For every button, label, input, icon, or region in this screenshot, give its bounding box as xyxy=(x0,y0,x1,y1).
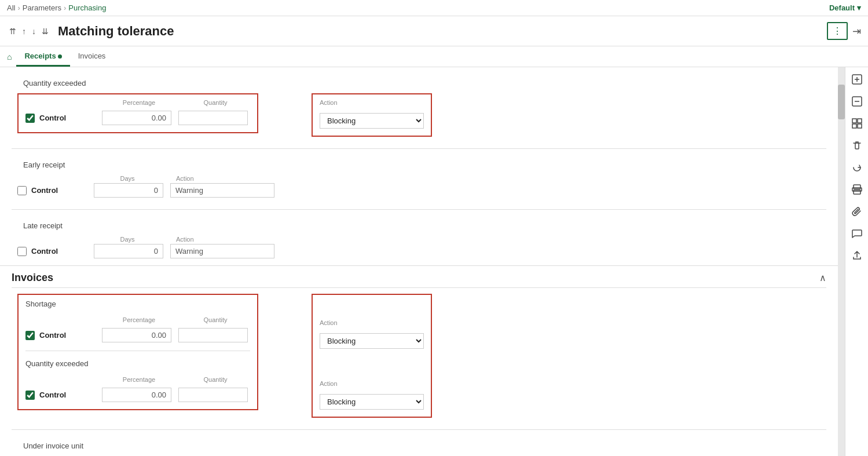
inv-shortage-control-label: Control xyxy=(39,331,66,340)
svg-rect-9 xyxy=(854,185,860,189)
early-receipt-label: Early receipt xyxy=(12,156,826,172)
quantity-exceeded-label: Quantity exceeded xyxy=(12,74,826,90)
early-receipt-control-label: Control xyxy=(31,186,58,195)
exit-button[interactable]: ⇥ xyxy=(852,25,861,38)
svg-rect-6 xyxy=(858,119,862,123)
invoices-right-box: Action Blocking Warning None Action Bloc… xyxy=(312,294,432,418)
breadcrumb-all[interactable]: All xyxy=(7,3,15,12)
inv-shortage-action-header: Action xyxy=(320,319,424,326)
days-header: Days xyxy=(93,175,162,182)
inv-qty-quantity-input[interactable] xyxy=(178,388,248,402)
inv-qty-percentage-header: Percentage xyxy=(104,376,174,383)
inv-shortage-action-select[interactable]: Blocking Warning None xyxy=(320,333,424,349)
late-receipt-label: Late receipt xyxy=(12,217,826,232)
early-receipt-action-input[interactable] xyxy=(170,183,274,198)
inv-qty-action-select[interactable]: Blocking Warning None xyxy=(320,394,424,410)
nav-next-btn[interactable]: ↓ xyxy=(30,25,38,37)
content-scroll: Quantity exceeded Percentage Quantity xyxy=(0,67,838,456)
under-invoice-label: Under invoice unit xyxy=(12,437,826,453)
inv-qty-exceeded-label: Quantity exceeded xyxy=(25,359,250,371)
quantity-exceeded-right-box: Action Blocking Warning None xyxy=(312,93,432,137)
invoices-collapse-button[interactable]: ∧ xyxy=(819,272,826,283)
share-sidebar-button[interactable] xyxy=(849,248,865,263)
quantity-header: Quantity xyxy=(181,99,250,106)
early-receipt-control-checkbox[interactable] xyxy=(17,186,27,195)
print-sidebar-button[interactable] xyxy=(849,182,865,197)
early-action-header: Action xyxy=(176,175,280,182)
quantity-exceeded-left-box: Percentage Quantity Control 0.00 xyxy=(17,93,258,133)
late-receipt-days-input[interactable] xyxy=(94,244,163,258)
navigation-buttons: ⇈ ↑ ↓ ⇊ xyxy=(7,25,51,37)
attach-sidebar-button[interactable] xyxy=(849,204,865,219)
inv-qty-percentage-input[interactable] xyxy=(102,388,171,402)
action-header: Action xyxy=(320,99,424,106)
late-receipt-action-input[interactable] xyxy=(170,244,274,258)
breadcrumb-parameters[interactable]: Parameters xyxy=(23,3,61,12)
early-receipt-days-input[interactable] xyxy=(94,183,163,198)
inv-shortage-percentage-input[interactable] xyxy=(102,328,171,342)
chat-sidebar-button[interactable] xyxy=(849,226,865,241)
invoices-left-box: Shortage Percentage Quantity Control xyxy=(17,294,258,410)
tab-dot xyxy=(58,54,62,59)
inv-qty-quantity-header: Quantity xyxy=(181,376,250,383)
svg-rect-7 xyxy=(852,124,856,128)
inv-shortage-control-checkbox[interactable] xyxy=(25,331,35,340)
late-receipt-control-label: Control xyxy=(31,247,58,256)
inv-shortage-quantity-input[interactable] xyxy=(178,328,248,342)
inv-shortage-percentage-header: Percentage xyxy=(104,316,174,323)
scrollbar-thumb[interactable] xyxy=(838,85,845,119)
invoices-section-title: Invoices xyxy=(12,272,53,284)
percentage-header: Percentage xyxy=(104,99,174,106)
svg-rect-8 xyxy=(858,124,862,128)
qty-exceeded-quantity-input[interactable] xyxy=(178,111,248,125)
inv-qty-control-label: Control xyxy=(39,391,66,399)
add-sidebar-button[interactable] xyxy=(849,72,865,87)
qty-exceeded-control-label: Control xyxy=(39,114,66,122)
right-sidebar xyxy=(845,67,868,456)
home-icon[interactable]: ⌂ xyxy=(7,52,12,61)
inv-qty-control-checkbox[interactable] xyxy=(25,391,35,400)
late-action-header: Action xyxy=(176,236,280,243)
qty-exceeded-percentage-input[interactable]: 0.00 xyxy=(102,111,171,125)
inv-shortage-quantity-header: Quantity xyxy=(181,316,250,323)
page-title: Matching tolerance xyxy=(58,24,174,39)
breadcrumb-purchasing: Purchasing xyxy=(68,3,106,12)
grid-sidebar-button[interactable] xyxy=(849,116,865,131)
nav-prev-btn[interactable]: ↑ xyxy=(20,25,28,37)
breadcrumb: All › Parameters › Purchasing xyxy=(7,3,106,12)
svg-rect-10 xyxy=(854,190,860,194)
refresh-sidebar-button[interactable] xyxy=(849,160,865,175)
edit-sidebar-button[interactable] xyxy=(849,94,865,109)
kebab-menu-button[interactable]: ⋮ xyxy=(827,22,848,40)
qty-exceeded-action-select[interactable]: Blocking Warning None xyxy=(320,113,424,129)
qty-exceeded-control-checkbox[interactable] xyxy=(25,114,35,123)
late-receipt-control-checkbox[interactable] xyxy=(17,247,27,256)
nav-last-btn[interactable]: ⇊ xyxy=(39,25,51,37)
delete-sidebar-button[interactable] xyxy=(849,138,865,153)
scrollbar-track[interactable] xyxy=(838,67,845,456)
shortage-label: Shortage xyxy=(25,300,250,312)
tab-invoices[interactable]: Invoices xyxy=(70,47,114,67)
svg-rect-5 xyxy=(852,119,856,123)
tab-receipts[interactable]: Receipts xyxy=(16,47,69,67)
inv-qty-action-header: Action xyxy=(320,380,424,387)
late-days-header: Days xyxy=(93,236,162,243)
nav-first-btn[interactable]: ⇈ xyxy=(7,25,19,37)
default-button[interactable]: Default ▾ xyxy=(829,3,861,12)
